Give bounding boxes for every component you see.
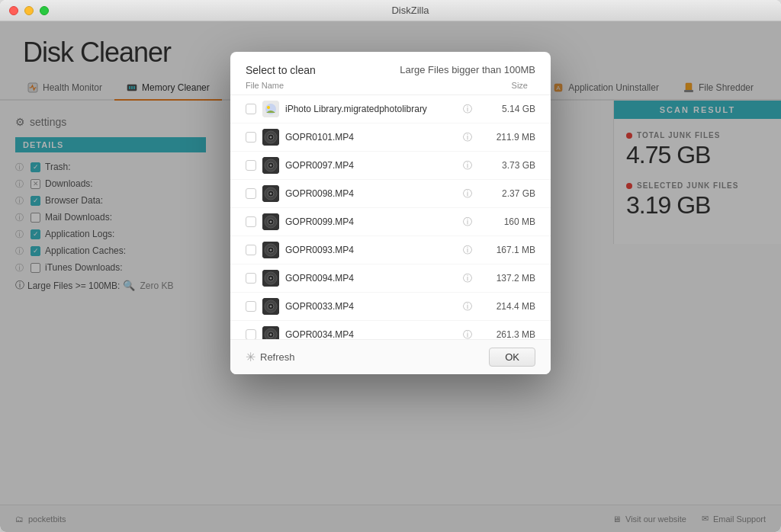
iphoto-icon: [262, 101, 279, 117]
file-checkbox[interactable]: [246, 329, 256, 339]
file-size: 211.9 MB: [478, 132, 535, 143]
file-checkbox[interactable]: [246, 188, 256, 199]
info-circle-icon: ⓘ: [463, 159, 472, 172]
info-circle-icon: ⓘ: [463, 244, 472, 257]
file-size: 137.2 MB: [478, 273, 535, 284]
video-icon: [262, 242, 279, 258]
file-name: iPhoto Library.migratedphotolibrary: [285, 104, 457, 114]
svg-point-45: [270, 334, 272, 336]
video-icon: [262, 213, 279, 230]
info-circle-icon: ⓘ: [463, 103, 472, 116]
titlebar: DiskZilla: [0, 0, 781, 21]
file-name: GOPR0098.MP4: [285, 188, 457, 199]
list-item[interactable]: GOPR0034.MP4 ⓘ 261.3 MB: [230, 321, 551, 339]
file-checkbox[interactable]: [246, 216, 256, 227]
svg-point-21: [270, 165, 272, 167]
file-name: GOPR0033.MP4: [285, 301, 457, 312]
modal-footer: ✳ Refresh OK: [230, 339, 551, 374]
ok-button[interactable]: OK: [489, 348, 535, 367]
info-circle-icon: ⓘ: [463, 131, 472, 144]
list-item[interactable]: GOPR0097.MP4 ⓘ 3.73 GB: [230, 152, 551, 180]
video-icon: [262, 185, 279, 202]
window-title: DiskZilla: [49, 5, 772, 16]
file-size: 5.14 GB: [478, 104, 535, 114]
col-filename-header: File Name: [246, 81, 467, 90]
file-checkbox[interactable]: [246, 104, 256, 114]
file-size: 167.1 MB: [478, 245, 535, 255]
modal-file-list: iPhoto Library.migratedphotolibrary ⓘ 5.…: [230, 95, 551, 339]
svg-point-41: [270, 306, 272, 308]
app-window: DiskZilla Disk Cleaner Health Monitor: [0, 0, 781, 532]
refresh-button[interactable]: Refresh: [260, 351, 295, 363]
list-item[interactable]: GOPR0101.MP4 ⓘ 211.9 MB: [230, 123, 551, 152]
file-name: GOPR0034.MP4: [285, 329, 457, 339]
svg-point-17: [270, 136, 272, 139]
file-size: 214.4 MB: [478, 301, 535, 312]
video-icon: [262, 270, 279, 287]
maximize-button[interactable]: [40, 6, 49, 15]
spinner-icon: ✳: [246, 350, 256, 364]
file-checkbox[interactable]: [246, 301, 256, 312]
file-name: GOPR0094.MP4: [285, 273, 457, 284]
file-size: 160 MB: [478, 216, 535, 227]
info-circle-icon: ⓘ: [463, 328, 472, 340]
list-item[interactable]: GOPR0098.MP4 ⓘ 2.37 GB: [230, 180, 551, 208]
svg-point-29: [270, 221, 272, 223]
info-circle-icon: ⓘ: [463, 187, 472, 200]
file-name: GOPR0101.MP4: [285, 132, 457, 143]
svg-point-33: [270, 249, 272, 252]
svg-point-37: [270, 277, 272, 280]
file-name: GOPR0099.MP4: [285, 216, 457, 227]
video-icon: [262, 157, 279, 174]
modal-col-headers: File Name Size: [230, 76, 551, 95]
file-checkbox[interactable]: [246, 132, 256, 143]
modal-header: Select to clean Large Files bigger than …: [230, 52, 551, 76]
info-circle-icon: ⓘ: [463, 272, 472, 285]
list-item[interactable]: GOPR0033.MP4 ⓘ 214.4 MB: [230, 293, 551, 321]
modal-title-right: Large Files bigger than 100MB: [400, 64, 535, 75]
file-name: GOPR0097.MP4: [285, 160, 457, 171]
list-item[interactable]: GOPR0093.MP4 ⓘ 167.1 MB: [230, 236, 551, 264]
col-size-header: Size: [467, 81, 535, 90]
modal-title-left: Select to clean: [246, 64, 316, 76]
file-size: 2.37 GB: [478, 188, 535, 199]
svg-point-13: [267, 106, 270, 109]
list-item[interactable]: iPhoto Library.migratedphotolibrary ⓘ 5.…: [230, 95, 551, 123]
minimize-button[interactable]: [24, 6, 34, 15]
info-circle-icon: ⓘ: [463, 300, 472, 313]
video-icon: [262, 298, 279, 315]
main-content: Disk Cleaner Health Monitor: [0, 21, 781, 532]
file-size: 3.73 GB: [478, 160, 535, 171]
modal-overlay: Select to clean Large Files bigger than …: [0, 21, 781, 532]
file-name: GOPR0093.MP4: [285, 245, 457, 255]
video-icon: [262, 326, 279, 339]
list-item[interactable]: GOPR0099.MP4 ⓘ 160 MB: [230, 208, 551, 236]
file-checkbox[interactable]: [246, 245, 256, 255]
video-icon: [262, 129, 279, 146]
file-checkbox[interactable]: [246, 273, 256, 284]
svg-point-25: [270, 193, 272, 195]
info-circle-icon: ⓘ: [463, 216, 472, 229]
file-checkbox[interactable]: [246, 160, 256, 171]
large-files-modal: Select to clean Large Files bigger than …: [230, 52, 551, 374]
list-item[interactable]: GOPR0094.MP4 ⓘ 137.2 MB: [230, 264, 551, 293]
close-button[interactable]: [9, 6, 18, 15]
traffic-lights: [9, 6, 49, 15]
file-size: 261.3 MB: [478, 329, 535, 339]
